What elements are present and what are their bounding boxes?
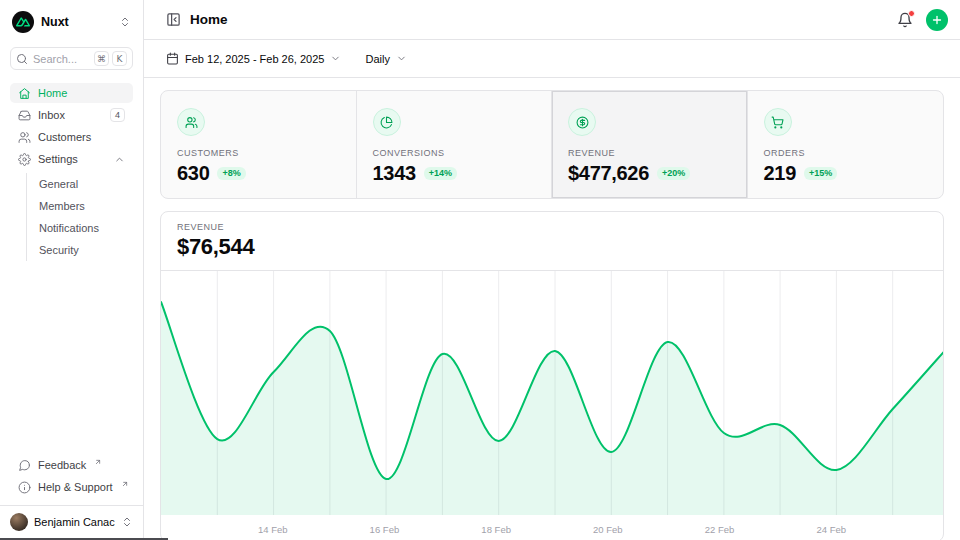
notifications-button[interactable]	[897, 12, 913, 28]
sidebar-item-home[interactable]: Home	[10, 83, 133, 103]
sidebar-item-label: Settings	[38, 153, 78, 165]
chevron-down-icon	[330, 53, 341, 64]
granularity-select[interactable]: Daily	[365, 53, 406, 65]
nuxt-logo-icon	[12, 11, 34, 33]
cart-icon	[771, 116, 784, 129]
app-root: Nuxt Search... ⌘ K Home Inbox 4 Cust	[0, 0, 960, 540]
header-actions	[897, 9, 948, 31]
stat-card-revenue[interactable]: REVENUE $477,626 +20%	[552, 91, 748, 198]
pie-chart-icon	[380, 116, 393, 129]
user-name: Benjamin Canac	[34, 516, 115, 528]
team-switcher[interactable]: Nuxt	[10, 10, 133, 34]
gear-icon	[18, 153, 31, 166]
granularity-value: Daily	[365, 53, 389, 65]
plus-icon	[931, 14, 943, 26]
sub-item-label: Notifications	[39, 222, 99, 234]
users-icon	[18, 131, 31, 144]
external-link-icon	[94, 458, 102, 466]
stat-value: $477,626	[568, 161, 649, 185]
main: Home Feb 12, 2025 - Feb 26, 2025 Daily	[144, 0, 960, 540]
revenue-chart-card: REVENUE $76,544 14 Feb16 Feb18 Feb20 Feb…	[160, 211, 944, 540]
calendar-icon	[166, 52, 179, 65]
sidebar-item-security[interactable]: Security	[27, 240, 133, 260]
feedback-link[interactable]: Feedback	[10, 455, 133, 475]
sidebar: Nuxt Search... ⌘ K Home Inbox 4 Cust	[0, 0, 144, 540]
kbd-cmd: ⌘	[94, 51, 109, 66]
search-input[interactable]: Search... ⌘ K	[10, 47, 133, 70]
stat-value: 219	[764, 161, 796, 185]
chart-header: REVENUE $76,544	[161, 212, 943, 271]
search-shortcut: ⌘ K	[94, 51, 127, 66]
home-icon	[18, 87, 31, 100]
chart-label: REVENUE	[177, 222, 927, 232]
sidebar-item-notifications[interactable]: Notifications	[27, 218, 133, 238]
sidebar-footer: Feedback Help & Support Benjamin Canac	[10, 455, 133, 540]
date-range-picker[interactable]: Feb 12, 2025 - Feb 26, 2025	[166, 52, 341, 65]
stat-label: ORDERS	[764, 148, 928, 158]
stat-value: 1343	[373, 161, 416, 185]
chart-total-value: $76,544	[177, 234, 927, 260]
sub-item-label: Security	[39, 244, 79, 256]
stat-card-customers[interactable]: CUSTOMERS 630 +8%	[161, 91, 357, 198]
x-tick-label: 22 Feb	[705, 524, 735, 535]
stat-delta-badge: +14%	[424, 167, 457, 180]
stat-icon-circle	[177, 108, 205, 136]
sidebar-item-general[interactable]: General	[27, 174, 133, 194]
user-menu[interactable]: Benjamin Canac	[0, 505, 143, 540]
sub-item-label: General	[39, 178, 78, 190]
inbox-icon	[18, 109, 31, 122]
stat-label: CONVERSIONS	[373, 148, 536, 158]
search-icon	[16, 53, 28, 65]
stat-icon-circle	[373, 108, 401, 136]
info-icon	[18, 481, 31, 494]
stat-delta-badge: +8%	[217, 167, 245, 180]
stat-label: REVENUE	[568, 148, 731, 158]
team-name: Nuxt	[41, 15, 69, 29]
page-title: Home	[190, 12, 228, 27]
collapse-sidebar-icon[interactable]	[166, 12, 181, 27]
chevron-up-icon	[114, 154, 125, 165]
x-tick-label: 20 Feb	[593, 524, 623, 535]
search-placeholder: Search...	[33, 53, 89, 65]
message-circle-icon	[18, 459, 31, 472]
x-tick-label: 14 Feb	[258, 524, 288, 535]
stat-card-conversions[interactable]: CONVERSIONS 1343 +14%	[357, 91, 553, 198]
sidebar-item-inbox[interactable]: Inbox 4	[10, 105, 133, 125]
sidebar-item-settings[interactable]: Settings	[10, 149, 133, 169]
chevrons-up-down-icon	[119, 16, 131, 28]
stat-delta-badge: +15%	[804, 167, 837, 180]
revenue-chart[interactable]: 14 Feb16 Feb18 Feb20 Feb22 Feb24 Feb	[161, 271, 943, 540]
footer-link-label: Feedback	[38, 459, 86, 471]
settings-subnav: General Members Notifications Security	[26, 173, 133, 261]
x-tick-label: 24 Feb	[816, 524, 846, 535]
sidebar-item-customers[interactable]: Customers	[10, 127, 133, 147]
revenue-area	[161, 302, 944, 515]
x-tick-label: 16 Feb	[370, 524, 400, 535]
stat-card-orders[interactable]: ORDERS 219 +15%	[748, 91, 944, 198]
chart-xlabels: 14 Feb16 Feb18 Feb20 Feb22 Feb24 Feb	[161, 515, 943, 540]
x-tick-label: 18 Feb	[481, 524, 511, 535]
sidebar-item-label: Inbox	[38, 109, 65, 121]
stat-icon-circle	[764, 108, 792, 136]
inbox-count-badge: 4	[110, 108, 125, 122]
stat-icon-circle	[568, 108, 596, 136]
page-header: Home	[144, 0, 960, 40]
avatar	[10, 513, 28, 531]
chevrons-up-down-icon	[121, 516, 133, 528]
filter-toolbar: Feb 12, 2025 - Feb 26, 2025 Daily	[144, 40, 960, 78]
date-range-value: Feb 12, 2025 - Feb 26, 2025	[185, 53, 324, 65]
help-support-link[interactable]: Help & Support	[10, 477, 133, 497]
stat-label: CUSTOMERS	[177, 148, 340, 158]
footer-link-label: Help & Support	[38, 481, 113, 493]
sub-item-label: Members	[39, 200, 85, 212]
revenue-chart-svg	[161, 271, 944, 515]
stats-row: CUSTOMERS 630 +8% CONVERSIONS 1343 +14%	[160, 90, 944, 199]
notification-dot	[908, 10, 915, 17]
content: CUSTOMERS 630 +8% CONVERSIONS 1343 +14%	[144, 78, 960, 540]
sidebar-item-label: Customers	[38, 131, 91, 143]
external-link-icon	[121, 480, 129, 488]
sidebar-item-label: Home	[38, 87, 67, 99]
stat-delta-badge: +20%	[657, 167, 690, 180]
sidebar-item-members[interactable]: Members	[27, 196, 133, 216]
add-button[interactable]	[926, 9, 948, 31]
